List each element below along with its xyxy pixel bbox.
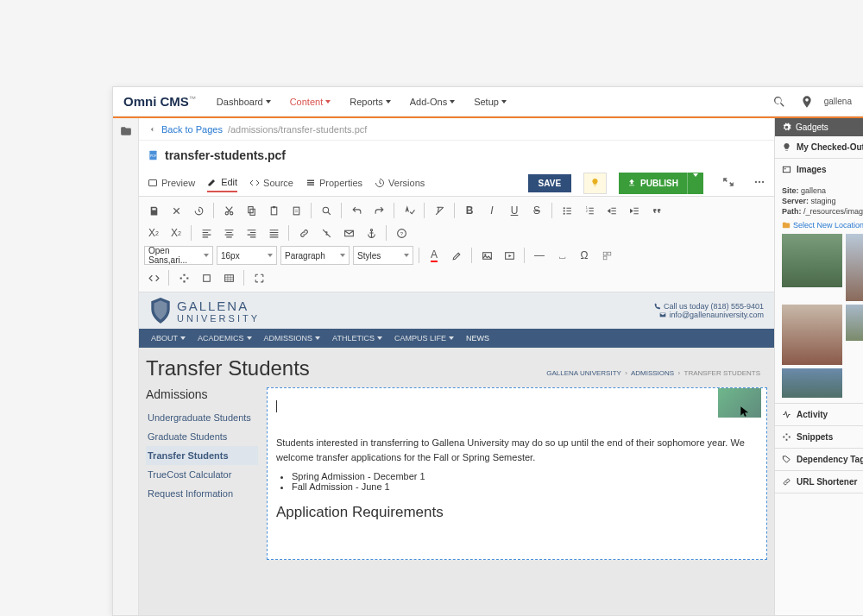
side-undergrad[interactable]: Undergraduate Students — [146, 408, 258, 427]
redo-icon[interactable] — [369, 201, 388, 220]
nav-dashboard[interactable]: Dashboard — [210, 91, 278, 112]
lightbulb-button[interactable] — [583, 173, 607, 194]
close-icon[interactable] — [167, 201, 186, 220]
tab-source[interactable]: Source — [249, 174, 293, 192]
univ-nav-admissions[interactable]: ADMISSIONS — [264, 334, 321, 343]
more-icon[interactable] — [753, 176, 765, 191]
univ-nav-academics[interactable]: ACADEMICS — [198, 334, 252, 343]
svg-text:2: 2 — [585, 210, 587, 213]
omega-icon[interactable]: Ω — [575, 246, 594, 265]
help-toolbar-icon[interactable]: ? — [392, 223, 411, 242]
underline-icon[interactable]: U — [505, 201, 524, 220]
paste-text-icon[interactable] — [287, 201, 306, 220]
snippet-icon[interactable] — [597, 246, 616, 265]
search-icon[interactable] — [772, 95, 786, 109]
blockquote-icon[interactable] — [647, 201, 666, 220]
svg-rect-16 — [271, 207, 277, 215]
align-right-icon[interactable] — [242, 223, 261, 242]
tab-properties[interactable]: Properties — [306, 174, 362, 192]
tab-versions[interactable]: Versions — [375, 174, 425, 192]
nav-content[interactable]: Content — [283, 91, 338, 112]
find-icon[interactable] — [317, 201, 336, 220]
select-location-link[interactable]: Select New Location — [782, 221, 863, 229]
highlight-icon[interactable] — [447, 246, 466, 265]
image-thumbnail[interactable] — [846, 234, 863, 301]
bold-icon[interactable]: B — [460, 201, 479, 220]
video-icon[interactable] — [500, 246, 519, 265]
block-select[interactable]: Paragraph — [280, 246, 350, 265]
table-icon[interactable] — [219, 268, 238, 287]
image-thumbnail[interactable] — [782, 305, 842, 365]
text-color-icon[interactable]: A — [425, 246, 444, 265]
side-request[interactable]: Request Information — [146, 484, 258, 503]
panel-url[interactable]: URL Shortener — [775, 471, 863, 493]
image-thumbnail[interactable] — [782, 368, 842, 398]
superscript-icon[interactable]: X2 — [144, 223, 163, 242]
panel-checked-out[interactable]: My Checked-Out Content — [775, 136, 863, 158]
brand-logo: Omni CMS™ — [123, 94, 196, 109]
save-button[interactable]: SAVE — [528, 174, 572, 192]
hr-icon[interactable]: — — [530, 246, 549, 265]
cut-icon[interactable] — [219, 201, 238, 220]
align-left-icon[interactable] — [197, 223, 216, 242]
outdent-icon[interactable] — [602, 201, 621, 220]
strike-icon[interactable]: S — [527, 201, 546, 220]
gear-icon[interactable] — [782, 123, 791, 132]
unlink-icon[interactable] — [317, 223, 336, 242]
code-icon[interactable] — [144, 268, 163, 287]
image-thumbnail[interactable] — [782, 234, 842, 287]
side-graduate[interactable]: Graduate Students — [146, 427, 258, 446]
back-icon[interactable] — [148, 125, 156, 134]
history-icon[interactable] — [189, 201, 208, 220]
subscript-icon[interactable]: X2 — [167, 223, 186, 242]
save-disk-icon[interactable] — [144, 201, 163, 220]
panel-images[interactable]: Images — [775, 159, 863, 180]
undo-icon[interactable] — [347, 201, 366, 220]
folder-icon[interactable] — [120, 125, 132, 137]
font-select[interactable]: Open Sans,ari... — [144, 246, 213, 265]
panel-activity[interactable]: Activity — [775, 404, 863, 425]
asset-icon[interactable] — [197, 268, 216, 287]
side-truecost[interactable]: TrueCost Calculator — [146, 465, 258, 484]
location-icon[interactable] — [800, 95, 814, 109]
size-select[interactable]: 16px — [217, 246, 277, 265]
link-icon[interactable] — [294, 223, 313, 242]
component-icon[interactable] — [174, 268, 193, 287]
tab-preview[interactable]: Preview — [148, 174, 195, 192]
image-icon[interactable] — [477, 246, 496, 265]
align-center-icon[interactable] — [219, 223, 238, 242]
clear-format-icon[interactable] — [430, 201, 449, 220]
back-to-pages-link[interactable]: Back to Pages — [161, 124, 223, 135]
spellcheck-icon[interactable] — [400, 201, 419, 220]
univ-nav-about[interactable]: ABOUT — [151, 334, 186, 343]
publish-button[interactable]: PUBLISH — [619, 173, 687, 194]
indent-icon[interactable] — [625, 201, 644, 220]
panel-deptag[interactable]: Dependency Tag Info — [775, 449, 863, 470]
fullscreen-icon[interactable] — [249, 268, 268, 287]
numlist-icon[interactable]: 12 — [580, 201, 599, 220]
panel-snippets[interactable]: Snippets — [775, 426, 863, 448]
anchor-icon[interactable] — [362, 223, 381, 242]
image-thumbnail[interactable] — [846, 305, 863, 341]
italic-icon[interactable]: I — [482, 201, 501, 220]
align-justify-icon[interactable] — [264, 223, 283, 242]
side-transfer[interactable]: Transfer Students — [146, 446, 258, 465]
editable-region[interactable]: Students interested in transferring to G… — [267, 387, 767, 560]
nav-addons[interactable]: Add-Ons — [403, 91, 462, 112]
mail-icon[interactable] — [339, 223, 358, 242]
expand-icon[interactable] — [722, 176, 734, 191]
bulletlist-icon[interactable] — [557, 201, 576, 220]
styles-select[interactable]: Styles — [353, 246, 413, 265]
tab-edit[interactable]: Edit — [207, 173, 237, 192]
publish-dropdown[interactable] — [687, 173, 703, 194]
nav-setup[interactable]: Setup — [467, 91, 513, 112]
nav-reports[interactable]: Reports — [343, 91, 398, 112]
page-breadcrumb: GALLENA UNIVERSITY › ADMISSIONS › TRANSF… — [539, 369, 767, 382]
univ-nav-campus[interactable]: CAMPUS LIFE — [394, 334, 454, 343]
copy-icon[interactable] — [242, 201, 261, 220]
nbsp-icon[interactable]: ⎵ — [552, 246, 571, 265]
univ-nav-athletics[interactable]: ATHLETICS — [332, 334, 382, 343]
univ-nav-news[interactable]: NEWS — [466, 334, 489, 343]
paste-icon[interactable] — [264, 201, 283, 220]
section-heading: Application Requirements — [276, 504, 758, 521]
